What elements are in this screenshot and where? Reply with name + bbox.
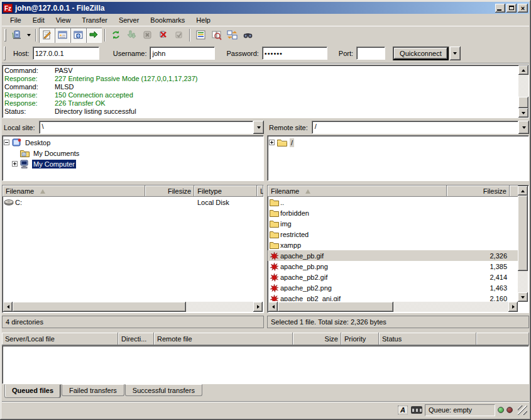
- tree-item-root[interactable]: /: [269, 137, 527, 148]
- scroll-right-icon[interactable]: [508, 302, 518, 312]
- remote-file-row[interactable]: apache_pb.png1,385: [268, 261, 518, 272]
- cancel-operation-icon[interactable]: [140, 28, 155, 43]
- title-bar[interactable]: Fz john@127.0.0.1 - FileZilla ×: [2, 2, 529, 14]
- collapse-icon[interactable]: [4, 140, 9, 145]
- close-button[interactable]: ×: [518, 4, 528, 13]
- menu-bookmarks[interactable]: Bookmarks: [145, 15, 190, 25]
- queue-list[interactable]: [2, 345, 529, 384]
- synchronized-browsing-icon[interactable]: [224, 28, 240, 43]
- expand-icon[interactable]: [12, 161, 18, 167]
- local-tree[interactable]: Desktop My Documents My Computer: [2, 135, 264, 181]
- password-label: Password:: [226, 50, 258, 57]
- remote-file-row[interactable]: ..: [268, 197, 518, 207]
- maximize-button[interactable]: [506, 4, 517, 13]
- column-header-server-local-file[interactable]: Server/Local file: [2, 333, 118, 345]
- tab-queued-files[interactable]: Queued files: [4, 384, 61, 398]
- process-queue-icon[interactable]: [124, 28, 140, 43]
- site-manager-dropdown-icon[interactable]: [25, 28, 33, 43]
- message-log-toggle-icon[interactable]: [39, 28, 55, 43]
- remote-file-row[interactable]: apache_pb2.png1,463: [268, 282, 518, 293]
- column-header-direction[interactable]: Directi...: [118, 333, 154, 345]
- tree-item-my-documents[interactable]: My Documents: [4, 148, 262, 158]
- scroll-left-icon[interactable]: [3, 302, 13, 312]
- column-header-filesize[interactable]: Filesize: [145, 185, 194, 197]
- tab-successful-transfers[interactable]: Successful transfers: [125, 384, 202, 396]
- remote-tree[interactable]: /: [267, 135, 529, 181]
- remote-file-row-selected[interactable]: apache_pb.gif2,326: [268, 250, 518, 261]
- username-label: Username:: [113, 50, 147, 57]
- remote-list-vscrollbar[interactable]: [518, 186, 528, 302]
- scroll-left-icon[interactable]: [268, 302, 278, 312]
- message-log[interactable]: Command:PASV Response:227 Entering Passi…: [2, 65, 529, 118]
- local-file-row[interactable]: C: Local Disk: [3, 197, 263, 207]
- remote-list-hscrollbar[interactable]: [268, 302, 518, 312]
- quickbar-gripper[interactable]: [4, 47, 6, 60]
- local-list-body[interactable]: C: Local Disk: [3, 197, 263, 301]
- remote-site-value[interactable]: /: [312, 121, 518, 134]
- column-header-filename[interactable]: Filename: [3, 185, 145, 197]
- expand-icon[interactable]: [269, 140, 275, 145]
- column-header-filename[interactable]: Filename: [268, 185, 447, 197]
- scroll-thumb[interactable]: [518, 97, 528, 108]
- remote-site-combo[interactable]: /: [312, 121, 529, 134]
- remote-site-dropdown-icon[interactable]: [518, 121, 529, 134]
- column-header-status[interactable]: Status: [379, 333, 476, 345]
- menu-file[interactable]: File: [4, 15, 27, 25]
- column-header-size[interactable]: Size: [293, 333, 341, 345]
- tab-failed-transfers[interactable]: Failed transfers: [62, 384, 124, 396]
- scroll-thumb[interactable]: [13, 302, 186, 312]
- menu-server[interactable]: Server: [113, 15, 145, 25]
- socket-indicator-icon[interactable]: [411, 405, 422, 415]
- menu-transfer[interactable]: Transfer: [76, 15, 113, 25]
- quickconnect-dropdown-icon[interactable]: [450, 47, 461, 60]
- menu-view[interactable]: View: [50, 15, 77, 25]
- filter-icon[interactable]: [193, 28, 209, 43]
- local-list-hscrollbar[interactable]: [3, 302, 263, 312]
- column-header-filesize[interactable]: Filesize: [447, 185, 510, 197]
- refresh-icon[interactable]: [108, 28, 124, 43]
- resize-grip[interactable]: [518, 406, 527, 415]
- menu-help[interactable]: Help: [190, 15, 216, 25]
- local-treeview-toggle-icon[interactable]: [55, 28, 70, 43]
- scroll-thumb[interactable]: [278, 302, 393, 312]
- port-input[interactable]: [356, 47, 385, 60]
- remote-file-row[interactable]: forbidden: [268, 207, 518, 218]
- local-site-dropdown-icon[interactable]: [253, 121, 264, 134]
- scroll-up-icon[interactable]: [518, 65, 528, 75]
- password-input[interactable]: [262, 47, 327, 60]
- local-site-value[interactable]: \: [39, 121, 253, 134]
- find-files-icon[interactable]: [240, 28, 256, 43]
- remote-list-body[interactable]: .. forbidden img restricted xampp: [268, 197, 518, 301]
- scroll-thumb[interactable]: [518, 196, 528, 271]
- minimize-button[interactable]: [495, 4, 505, 13]
- transfer-type-icon[interactable]: A: [397, 405, 408, 415]
- column-header-remote-file[interactable]: Remote file: [154, 333, 293, 345]
- tree-item-my-computer[interactable]: My Computer: [4, 158, 262, 169]
- tree-item-desktop[interactable]: Desktop: [4, 137, 262, 148]
- username-input[interactable]: [150, 47, 215, 60]
- local-site-combo[interactable]: \: [39, 121, 264, 134]
- remote-file-row[interactable]: xampp: [268, 240, 518, 250]
- transfer-queue-toggle-icon[interactable]: [86, 28, 102, 43]
- remote-file-row[interactable]: img: [268, 218, 518, 229]
- site-manager-icon[interactable]: [9, 28, 25, 43]
- toolbar-gripper[interactable]: [4, 29, 6, 41]
- remote-file-row[interactable]: apache_pb2.gif2,414: [268, 272, 518, 282]
- scroll-up-icon[interactable]: [518, 186, 528, 196]
- remote-file-row[interactable]: restricted: [268, 229, 518, 240]
- remote-file-row[interactable]: apache_pb2_ani.gif2,160: [268, 293, 518, 301]
- column-header-filetype[interactable]: Filetype: [194, 185, 257, 197]
- directory-comparison-icon[interactable]: [209, 28, 224, 43]
- log-scrollbar[interactable]: [518, 65, 528, 118]
- quickconnect-button[interactable]: Quickconnect: [393, 47, 449, 60]
- scroll-right-icon[interactable]: [253, 302, 263, 312]
- disconnect-icon[interactable]: [155, 28, 171, 43]
- menu-edit[interactable]: Edit: [27, 15, 50, 25]
- scroll-down-icon[interactable]: [518, 292, 528, 302]
- column-header-lastmodified[interactable]: L: [257, 185, 263, 197]
- column-header-priority[interactable]: Priority: [341, 333, 379, 345]
- scroll-down-icon[interactable]: [518, 108, 528, 118]
- remote-treeview-toggle-icon[interactable]: [70, 28, 86, 43]
- reconnect-icon[interactable]: [171, 28, 187, 43]
- host-input[interactable]: [33, 47, 99, 60]
